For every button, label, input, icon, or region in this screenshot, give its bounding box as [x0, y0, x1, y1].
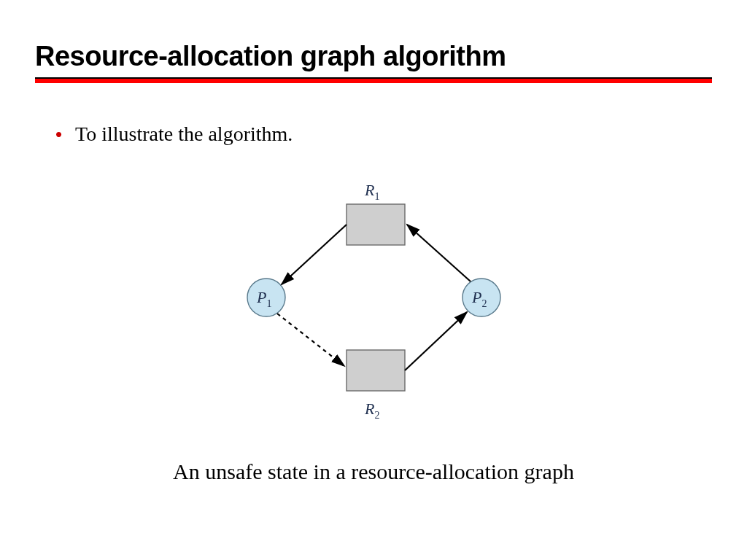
edge-p1-to-r2-claim [277, 314, 344, 366]
slide: Resource-allocation graph algorithm • To… [0, 0, 747, 560]
title-rule-red [35, 79, 712, 83]
edge-r2-to-p2 [405, 312, 467, 370]
resource-r1 [347, 204, 405, 245]
slide-title: Resource-allocation graph algorithm [35, 41, 506, 72]
resource-allocation-diagram: R1 R2 P1 P2 [219, 168, 525, 430]
bullet-item: • To illustrate the algorithm. [55, 122, 293, 146]
edge-r1-to-p1 [282, 225, 347, 284]
resource-r2 [347, 350, 405, 391]
label-r2: R2 [364, 400, 379, 421]
bullet-marker-icon: • [55, 125, 62, 144]
bullet-text: To illustrate the algorithm. [75, 122, 293, 146]
label-r1: R1 [364, 181, 379, 202]
edge-p2-to-r1 [407, 225, 471, 281]
diagram-caption: An unsafe state in a resource-allocation… [0, 459, 747, 484]
